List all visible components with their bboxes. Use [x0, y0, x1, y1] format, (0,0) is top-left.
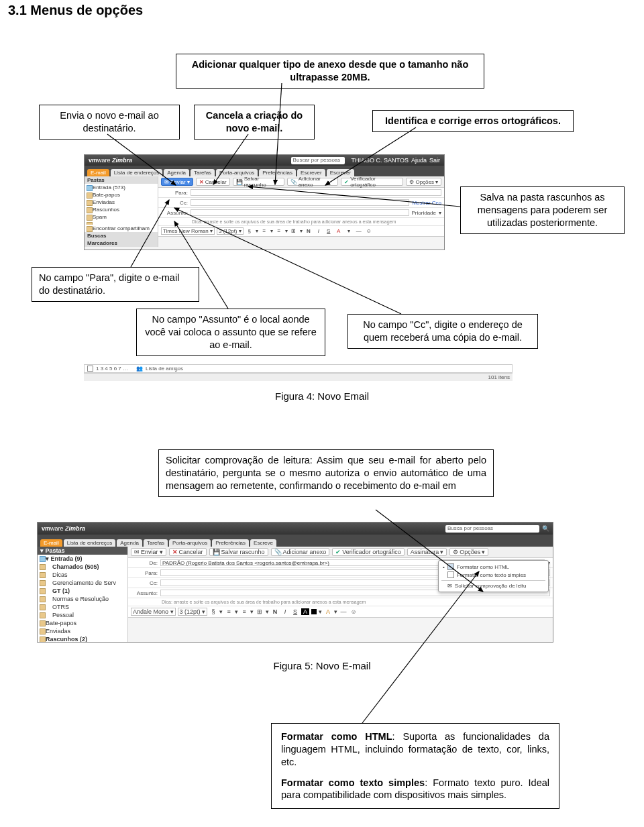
para-input[interactable] — [191, 189, 441, 196]
rich-toolbar: Times New Roman ▾ 3 (12pt) ▾ §▾ ≡▾ ≡▾ ⊞▾… — [158, 226, 444, 237]
folder-sent[interactable]: Enviadas — [85, 199, 158, 206]
callout-cancela-text: Cancela a criação do novo e-mail. — [206, 110, 303, 133]
figure-5-caption: Figura 5: Novo E-mail — [221, 660, 423, 671]
tab-email-2[interactable]: E-mail — [40, 539, 62, 547]
cc-input[interactable] — [191, 199, 409, 206]
font-select-2[interactable]: Andale Mono ▾ — [131, 608, 176, 616]
callout-solicitar: Solicitar comprovação de leitura: Assim … — [158, 449, 494, 497]
pager-footer: 101 itens — [84, 373, 513, 381]
zimbra-top-bar-2: vmware Zimbra Busca por pessoas 🔍 — [38, 522, 553, 535]
folder-normas[interactable]: Normas e Resolução — [38, 595, 127, 603]
row-assunto: Assunto: Prioridade▾ — [158, 208, 444, 218]
dragdrop-tip: Dica: arraste e solte os arquivos de sua… — [158, 218, 444, 226]
options-dropdown: • Formatar como HTML • Formatar como tex… — [438, 560, 549, 592]
attach-button[interactable]: 📎Adicionar anexo — [287, 178, 339, 186]
folder-inbox-2[interactable]: ▾ Entrada (9) — [38, 555, 127, 563]
save-draft-button-2[interactable]: 💾Salvar rascunho — [209, 548, 268, 556]
folder-inbox[interactable]: Entrada (573) — [85, 184, 158, 191]
tab-email[interactable]: E-mail — [87, 169, 109, 176]
folder-gs[interactable]: Gerenciamento de Serv — [38, 579, 127, 587]
dragdrop-tip-2: Dica: arraste e solte os arquivos de sua… — [128, 598, 553, 606]
tab-calendar-2[interactable]: Agenda — [117, 539, 142, 547]
tab-calendar[interactable]: Agenda — [164, 169, 189, 176]
main-tabs-2: E-mail Lista de endereços Agenda Tarefas… — [38, 535, 553, 547]
lista-amigos-label: Lista de amigos — [146, 366, 183, 372]
callout-ortografico-text: Identifica e corrige erros ortográficos. — [385, 115, 561, 126]
folder-spam[interactable]: Spam — [85, 213, 158, 221]
search-input[interactable]: Buscar por pessoas — [291, 157, 345, 164]
callout-formatar: Formatar como HTML: Suporta as funcional… — [271, 723, 559, 809]
folder-pessoal[interactable]: Pessoal — [38, 611, 127, 619]
pager-prev-icon[interactable] — [87, 366, 93, 372]
spellcheck-button[interactable]: ✔Verificador ortográfico — [341, 178, 403, 186]
signature-button[interactable]: Assinatura▾ — [407, 548, 447, 556]
callout-anexo: Adicionar qualquer tipo de anexo desde q… — [176, 54, 484, 89]
folder-chats[interactable]: Bate-papos — [85, 191, 158, 199]
opt-format-plain[interactable]: • Formatar como texto simples — [441, 571, 545, 579]
folder-sidebar: Pastas Entrada (573) Bate-papos Enviadas… — [85, 176, 158, 247]
help-link[interactable]: Ajuda — [411, 157, 427, 164]
attach-button-2[interactable]: 📎Adicionar anexo — [271, 548, 330, 556]
save-draft-button[interactable]: 💾Salvar rascunho — [233, 178, 284, 186]
callout-assunto: No campo "Assunto" é o local aonde você … — [136, 309, 325, 356]
folder-chats-2[interactable]: Bate-papos — [38, 619, 127, 627]
cancel-button-2[interactable]: ✕Cancelar — [169, 548, 207, 556]
opt-read-receipt[interactable]: •✉ Solicitar comprovação de leitu — [441, 582, 545, 590]
logout-link[interactable]: Sair — [429, 157, 440, 164]
cancel-button[interactable]: ✕Cancelar — [196, 178, 230, 186]
callout-cc: No campo "Cc", digite o endereço de quem… — [347, 314, 538, 349]
callout-anexo-text: Adicionar qualquer tipo de anexo desde q… — [192, 59, 469, 82]
priority-label: Prioridade — [412, 210, 436, 216]
user-label: THIAGO C. SANTOS — [352, 157, 409, 164]
folder-drafts-2[interactable]: Rascunhos (2) — [38, 635, 127, 643]
tab-tasks-2[interactable]: Tarefas — [144, 539, 168, 547]
tab-prefs-2[interactable]: Preferências — [212, 539, 249, 547]
tab-contacts-2[interactable]: Lista de endereços — [64, 539, 116, 547]
show-bcc-link[interactable]: Mostrar Cco — [412, 200, 441, 206]
contacts-pager: 1 3 4 5 6 7 … 👥 Lista de amigos — [84, 364, 513, 373]
folder-drafts[interactable]: Rascunhos — [85, 206, 158, 213]
spellcheck-button-2[interactable]: ✔Verificador ortográfico — [332, 548, 405, 556]
font-select[interactable]: Times New Roman ▾ — [161, 227, 215, 235]
compose-toolbar: ✉Enviar▾ ✕Cancelar 💾Salvar rascunho 📎Adi… — [158, 176, 444, 188]
folder-sent-2[interactable]: Enviadas — [38, 627, 127, 635]
options-button-2[interactable]: ⚙Opções▾ — [449, 548, 488, 556]
folder-dicas[interactable]: Dicas — [38, 571, 127, 579]
zimbra-top-bar: vmware Zimbra Buscar por pessoas THIAGO … — [85, 155, 444, 166]
rich-toolbar-2: Andale Mono ▾ 3 (12pt) ▾ §▾ ≡▾ ≡▾ ⊞▾ N I… — [128, 606, 553, 618]
tab-compose-2b[interactable]: Escreve — [250, 539, 276, 547]
callout-salva: Salva na pasta rascunhos as mensagens pa… — [460, 186, 625, 234]
folder-otrs[interactable]: OTRS — [38, 603, 127, 611]
folder-shared[interactable]: Encontrar compartilham — [85, 225, 158, 232]
main-tabs: E-mail Lista de endereços Agenda Tarefas… — [85, 166, 444, 176]
row-cc: Cc: Mostrar Cco — [158, 198, 444, 208]
opt-format-html[interactable]: • Formatar como HTML — [441, 563, 545, 571]
options-button[interactable]: ⚙Opções▾ — [406, 178, 441, 186]
tab-tasks[interactable]: Tarefas — [191, 169, 215, 176]
send-button[interactable]: ✉Enviar▾ — [161, 178, 193, 186]
compose-toolbar-2: ✉Enviar▾ ✕Cancelar 💾Salvar rascunho 📎Adi… — [128, 547, 553, 558]
row-para: Para: — [158, 188, 444, 198]
folder-sidebar-2: ▾ Pastas ▾ Entrada (9) Chamados (505) Di… — [38, 547, 128, 643]
callout-ortografico: Identifica e corrige erros ortográficos. — [372, 110, 574, 132]
callout-envia: Envia o novo e-mail ao destinatário. — [39, 105, 180, 140]
callout-para: No campo "Para", digite o e-mail do dest… — [32, 267, 199, 302]
subject-input[interactable] — [191, 209, 409, 216]
size-select[interactable]: 3 (12pt) ▾ — [217, 227, 244, 235]
figure-4-caption: Figura 4: Novo Email — [221, 390, 423, 402]
send-button-2[interactable]: ✉Enviar▾ — [131, 548, 166, 556]
folder-gt[interactable]: GT (1) — [38, 587, 127, 595]
tab-contacts[interactable]: Lista de endereços — [111, 169, 163, 176]
folder-chamados[interactable]: Chamados (505) — [38, 563, 127, 571]
screenshot-zimbra-1: vmware Zimbra Buscar por pessoas THIAGO … — [84, 154, 445, 250]
callout-cancela: Cancela a criação do novo e-mail. — [194, 105, 315, 140]
section-heading: 3.1 Menus de opções — [8, 3, 143, 18]
search-input-2[interactable]: Busca por pessoas — [445, 525, 539, 533]
size-select-2[interactable]: 3 (12pt) ▾ — [178, 608, 208, 616]
tab-briefcase-2[interactable]: Porta-arquivos — [169, 539, 211, 547]
screenshot-zimbra-2: vmware Zimbra Busca por pessoas 🔍 E-mail… — [37, 522, 553, 643]
